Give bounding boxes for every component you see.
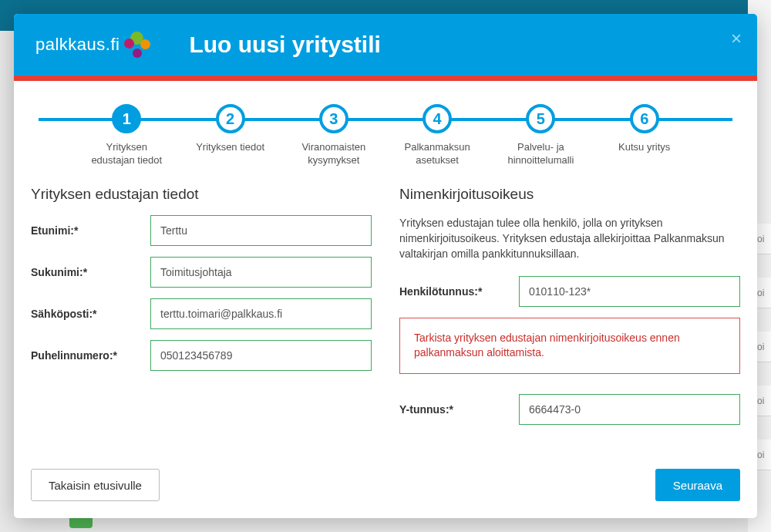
step-circle: 5 (526, 104, 555, 133)
right-column: Nimenkirjoitusoikeus Yrityksen edustajan… (399, 186, 740, 436)
step-3[interactable]: 3 Viranomaisten kysymykset (288, 104, 380, 167)
step-1[interactable]: 1 Yrityksen edustajan tiedot (80, 104, 173, 167)
phone-input[interactable] (150, 340, 372, 371)
step-label: Kutsu yritys (618, 141, 670, 154)
section-title-right: Nimenkirjoitusoikeus (399, 186, 740, 203)
step-circle: 2 (216, 104, 245, 133)
step-label: Palvelu- ja hinnoittelumalli (498, 141, 583, 167)
step-label: Palkanmaksun asetukset (395, 141, 480, 167)
logo: palkkaus.fi (35, 32, 150, 58)
step-circle: 1 (112, 104, 141, 133)
ytunnus-input[interactable] (519, 394, 740, 425)
warning-box: Tarkista yrityksen edustajan nimenkirjoi… (399, 318, 740, 374)
ytunnus-label: Y-tunnus:* (399, 403, 519, 416)
firstname-label: Etunimi:* (31, 224, 150, 237)
modal-body: 1 Yrityksen edustajan tiedot 2 Yrityksen… (14, 81, 757, 458)
phone-label: Puhelinnumero:* (31, 349, 150, 362)
step-circle: 3 (319, 104, 348, 133)
modal-footer: Takaisin etusivulle Seuraava (14, 458, 757, 518)
lastname-label: Sukunimi:* (31, 266, 150, 278)
step-6[interactable]: 6 Kutsu yritys (598, 104, 691, 154)
logo-icon (124, 32, 150, 58)
ssn-input[interactable] (519, 276, 740, 307)
step-label: Yrityksen tiedot (196, 141, 264, 154)
info-text: Yrityksen edustajan tulee olla henkilö, … (399, 215, 740, 262)
step-2[interactable]: 2 Yrityksen tiedot (184, 104, 277, 154)
stepper: 1 Yrityksen edustajan tiedot 2 Yrityksen… (39, 104, 732, 167)
step-4[interactable]: 4 Palkanmaksun asetukset (391, 104, 483, 167)
left-column: Yrityksen edustajan tiedot Etunimi:* Suk… (31, 186, 372, 436)
firstname-input[interactable] (150, 215, 372, 246)
step-label: Yrityksen edustajan tiedot (84, 141, 169, 167)
email-label: Sähköposti:* (31, 308, 150, 320)
modal-title: Luo uusi yritystili (189, 32, 380, 58)
close-icon[interactable]: × (731, 28, 742, 49)
modal-header: palkkaus.fi Luo uusi yritystili × (14, 14, 757, 76)
section-title-left: Yrityksen edustajan tiedot (31, 186, 372, 203)
step-5[interactable]: 5 Palvelu- ja hinnoittelumalli (494, 104, 587, 167)
modal-dialog: palkkaus.fi Luo uusi yritystili × 1 Yrit… (14, 14, 757, 518)
ssn-label: Henkilötunnus:* (399, 285, 519, 298)
next-button[interactable]: Seuraava (655, 469, 740, 501)
step-circle: 4 (423, 104, 452, 133)
email-input[interactable] (150, 298, 372, 329)
header-accent-strip (14, 76, 757, 81)
step-label: Viranomaisten kysymykset (291, 141, 376, 167)
logo-text: palkkaus.fi (35, 35, 120, 55)
step-circle: 6 (630, 104, 659, 133)
lastname-input[interactable] (150, 257, 372, 288)
back-button[interactable]: Takaisin etusivulle (31, 469, 160, 501)
